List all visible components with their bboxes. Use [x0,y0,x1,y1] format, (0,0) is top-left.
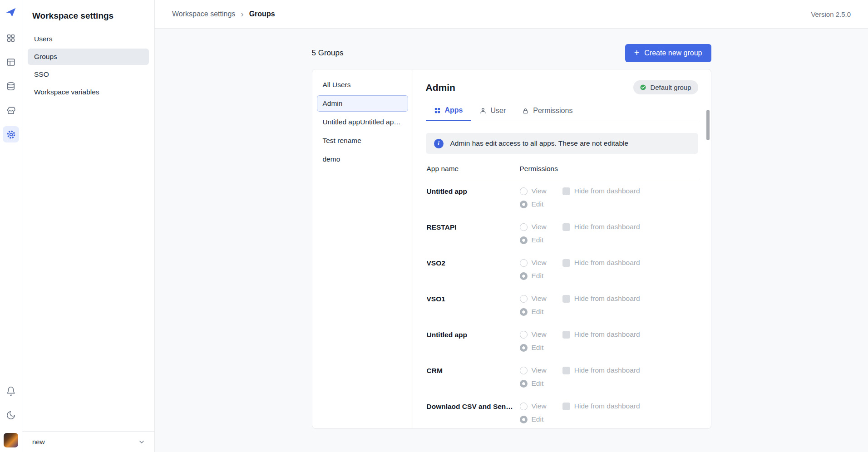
view-label: View [532,366,547,374]
edit-radio[interactable] [520,236,528,244]
group-detail-panel: Admin Default group [413,69,711,428]
hide-from-dashboard-checkbox[interactable] [562,367,570,374]
app-name: VSO2 [427,259,520,267]
tab-user[interactable]: User [471,101,514,121]
view-label: View [532,402,547,410]
sidebar-item-workspace-variables[interactable]: Workspace variables [28,84,149,100]
group-item-admin[interactable]: Admin [317,95,408,112]
app-name: VSO1 [427,295,520,303]
column-header-app-name: App name [427,165,520,173]
group-item-test-rename[interactable]: Test rename [317,133,408,149]
settings-sidebar: Workspace settings Users Groups SSO Work… [22,0,155,452]
rail-datasources-button[interactable] [3,78,19,94]
default-group-badge: Default group [633,80,698,94]
view-radio[interactable] [520,223,528,231]
info-icon: i [434,139,444,148]
user-avatar[interactable] [4,433,18,447]
view-label: View [532,295,547,303]
rail-tables-button[interactable] [3,54,19,70]
view-radio[interactable] [520,187,528,195]
edit-radio[interactable] [520,416,528,423]
hide-from-dashboard-checkbox[interactable] [562,295,570,303]
app-logo-icon[interactable] [5,6,17,18]
workspace-switcher[interactable]: new [22,431,154,452]
table-row: VSO2 View Hide from dashboard Edit [426,251,698,287]
edit-label: Edit [532,379,544,388]
rail-theme-toggle-button[interactable] [3,407,19,423]
table-row: Untitled app View Hide from dashboard Ed… [426,179,698,215]
group-item-all-users[interactable]: All Users [317,77,408,93]
sidebar-title: Workspace settings [22,0,154,31]
edit-label: Edit [532,415,544,423]
view-radio[interactable] [520,259,528,267]
tabs: Apps User Permissions [426,101,698,121]
sidebar-item-label: SSO [34,70,49,79]
edit-radio[interactable] [520,380,528,388]
groups-count: 5 Groups [312,49,344,58]
edit-label: Edit [532,200,544,208]
permissions-cell: View Hide from dashboard Edit [520,366,640,388]
content: 5 Groups + Create new group All Users Ad… [155,29,868,452]
column-header-permissions: Permissions [520,165,558,173]
table-header: App name Permissions [426,154,698,179]
edit-radio[interactable] [520,344,528,352]
group-item-untitled[interactable]: Untitled appUntitled appUntitle... [317,114,408,130]
edit-label: Edit [532,344,544,352]
view-radio[interactable] [520,331,528,339]
app-name: Downlaod CSV and Send attac... [427,402,520,411]
group-list: All Users Admin Untitled appUntitled app… [312,69,413,428]
create-new-group-button[interactable]: + Create new group [625,44,711,62]
rail-marketplace-button[interactable] [3,102,19,118]
group-item-demo[interactable]: demo [317,151,408,167]
hide-from-dashboard-checkbox[interactable] [562,259,570,267]
view-radio[interactable] [520,403,528,410]
rail-notifications-button[interactable] [3,383,19,399]
workspace-name: new [32,438,45,446]
table-row: RESTAPI View Hide from dashboard Edit [426,215,698,251]
hide-from-dashboard-checkbox[interactable] [562,331,570,339]
settings-gear-icon [6,129,16,140]
edit-label: Edit [532,272,544,280]
sidebar-item-groups[interactable]: Groups [28,49,149,65]
datasource-icon [6,81,16,91]
edit-radio[interactable] [520,201,528,208]
info-banner: i Admin has edit access to all apps. The… [426,133,698,154]
sidebar-item-label: Groups [34,53,57,61]
sidebar-item-label: Users [34,35,52,43]
sidebar-item-users[interactable]: Users [28,31,149,47]
hide-from-dashboard-checkbox[interactable] [562,187,570,195]
vertical-scrollbar[interactable] [706,110,710,140]
edit-radio[interactable] [520,272,528,280]
breadcrumb: Workspace settings › Groups [172,10,275,19]
settings-menu: Users Groups SSO Workspace variables [22,31,154,102]
table-row: Untitled app View Hide from dashboard Ed… [426,323,698,359]
green-dot-icon [640,84,646,90]
table-row: VSO1 View Hide from dashboard Edit [426,287,698,323]
marketplace-icon [6,105,16,115]
view-radio[interactable] [520,295,528,303]
main-area: Workspace settings › Groups Version 2.5.… [155,0,868,452]
page-head: 5 Groups + Create new group [312,44,711,62]
apps-grid-icon [6,33,16,43]
hide-from-dashboard-checkbox[interactable] [562,223,570,231]
edit-radio[interactable] [520,308,528,316]
apps-tab-icon [434,107,441,114]
rail-settings-button[interactable] [3,126,19,142]
sidebar-item-sso[interactable]: SSO [28,66,149,83]
permissions-cell: View Hide from dashboard Edit [520,295,640,316]
hide-from-dashboard-checkbox[interactable] [562,403,570,410]
tab-permissions[interactable]: Permissions [514,101,581,121]
icon-rail [0,0,22,452]
app-name: Untitled app [427,187,520,196]
plus-icon: + [634,48,640,58]
breadcrumb-parent[interactable]: Workspace settings [172,10,235,18]
groups-card: All Users Admin Untitled appUntitled app… [312,69,711,429]
create-button-label: Create new group [644,49,702,57]
rail-apps-button[interactable] [3,30,19,46]
tab-apps[interactable]: Apps [426,101,471,121]
hide-label: Hide from dashboard [574,402,640,410]
permissions-cell: View Hide from dashboard Edit [520,330,640,352]
view-radio[interactable] [520,367,528,374]
permissions-cell: View Hide from dashboard Edit [520,402,640,423]
view-label: View [532,330,547,339]
